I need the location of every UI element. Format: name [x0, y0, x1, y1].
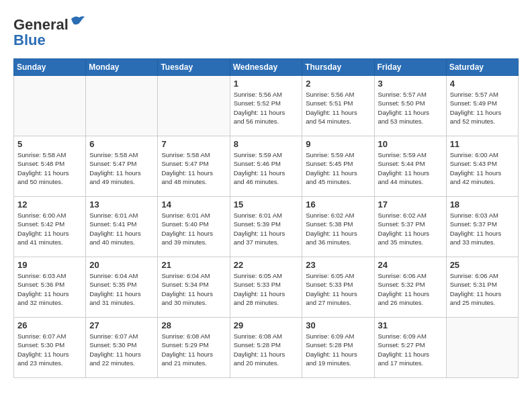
weekday-header-tuesday: Tuesday	[158, 59, 230, 76]
day-number: 21	[161, 260, 226, 270]
day-number: 8	[234, 139, 299, 149]
day-number: 15	[234, 199, 299, 210]
day-info: Sunrise: 5:59 AM Sunset: 5:46 PM Dayligh…	[234, 150, 299, 186]
day-cell: 16Sunrise: 6:02 AM Sunset: 5:38 PM Dayli…	[302, 197, 374, 257]
day-cell: 5Sunrise: 5:58 AM Sunset: 5:48 PM Daylig…	[14, 136, 86, 197]
day-number: 19	[17, 260, 82, 270]
day-cell: 23Sunrise: 6:05 AM Sunset: 5:33 PM Dayli…	[302, 257, 374, 318]
weekday-header-saturday: Saturday	[446, 59, 518, 76]
day-number: 26	[17, 320, 82, 330]
day-info: Sunrise: 5:56 AM Sunset: 5:52 PM Dayligh…	[234, 90, 299, 126]
day-number: 16	[306, 199, 370, 210]
day-cell: 4Sunrise: 5:57 AM Sunset: 5:49 PM Daylig…	[446, 76, 518, 136]
day-number: 30	[306, 320, 370, 330]
day-number: 25	[450, 260, 515, 270]
day-info: Sunrise: 5:59 AM Sunset: 5:45 PM Dayligh…	[306, 150, 370, 186]
day-number: 3	[378, 79, 443, 89]
day-number: 17	[378, 199, 443, 210]
day-info: Sunrise: 6:04 AM Sunset: 5:34 PM Dayligh…	[161, 271, 226, 307]
day-info: Sunrise: 6:06 AM Sunset: 5:32 PM Dayligh…	[378, 271, 443, 307]
day-number: 28	[161, 320, 226, 330]
week-row-4: 19Sunrise: 6:03 AM Sunset: 5:36 PM Dayli…	[14, 257, 519, 318]
week-row-1: 1Sunrise: 5:56 AM Sunset: 5:52 PM Daylig…	[14, 76, 519, 136]
day-number: 5	[17, 139, 82, 149]
weekday-header-wednesday: Wednesday	[230, 59, 302, 76]
day-cell: 17Sunrise: 6:02 AM Sunset: 5:37 PM Dayli…	[374, 197, 446, 257]
weekday-header-row: SundayMondayTuesdayWednesdayThursdayFrid…	[14, 59, 519, 76]
day-number: 12	[17, 199, 82, 210]
day-info: Sunrise: 6:02 AM Sunset: 5:38 PM Dayligh…	[306, 211, 370, 246]
day-info: Sunrise: 6:07 AM Sunset: 5:30 PM Dayligh…	[17, 332, 82, 367]
week-row-2: 5Sunrise: 5:58 AM Sunset: 5:48 PM Daylig…	[14, 136, 519, 197]
calendar: SundayMondayTuesdayWednesdayThursdayFrid…	[13, 58, 519, 378]
day-number: 4	[450, 79, 515, 89]
day-cell: 1Sunrise: 5:56 AM Sunset: 5:52 PM Daylig…	[230, 76, 302, 136]
day-cell: 18Sunrise: 6:03 AM Sunset: 5:37 PM Dayli…	[446, 197, 518, 257]
day-cell: 25Sunrise: 6:06 AM Sunset: 5:31 PM Dayli…	[446, 257, 518, 318]
day-cell: 10Sunrise: 5:59 AM Sunset: 5:44 PM Dayli…	[374, 136, 446, 197]
day-cell: 13Sunrise: 6:01 AM Sunset: 5:41 PM Dayli…	[86, 197, 158, 257]
day-cell: 22Sunrise: 6:05 AM Sunset: 5:33 PM Dayli…	[230, 257, 302, 318]
week-row-5: 26Sunrise: 6:07 AM Sunset: 5:30 PM Dayli…	[14, 318, 519, 378]
day-info: Sunrise: 6:09 AM Sunset: 5:27 PM Dayligh…	[378, 332, 443, 367]
day-number: 31	[378, 320, 443, 330]
logo-general: General	[13, 16, 69, 33]
day-cell	[14, 76, 86, 136]
day-cell: 26Sunrise: 6:07 AM Sunset: 5:30 PM Dayli…	[14, 318, 86, 378]
weekday-header-sunday: Sunday	[14, 59, 86, 76]
day-number: 2	[306, 79, 370, 89]
day-cell: 11Sunrise: 6:00 AM Sunset: 5:43 PM Dayli…	[446, 136, 518, 197]
day-number: 20	[89, 260, 154, 270]
day-number: 14	[161, 199, 226, 210]
day-info: Sunrise: 6:00 AM Sunset: 5:42 PM Dayligh…	[17, 211, 82, 246]
day-cell: 29Sunrise: 6:08 AM Sunset: 5:28 PM Dayli…	[230, 318, 302, 378]
day-cell: 9Sunrise: 5:59 AM Sunset: 5:45 PM Daylig…	[302, 136, 374, 197]
day-cell: 28Sunrise: 6:08 AM Sunset: 5:29 PM Dayli…	[158, 318, 230, 378]
day-info: Sunrise: 6:01 AM Sunset: 5:41 PM Dayligh…	[89, 211, 154, 246]
day-cell	[446, 318, 518, 378]
day-cell: 20Sunrise: 6:04 AM Sunset: 5:35 PM Dayli…	[86, 257, 158, 318]
day-number: 6	[89, 139, 154, 149]
day-number: 10	[378, 139, 443, 149]
day-number: 24	[378, 260, 443, 270]
day-info: Sunrise: 5:58 AM Sunset: 5:48 PM Dayligh…	[17, 150, 82, 186]
day-cell	[86, 76, 158, 136]
weekday-header-friday: Friday	[374, 59, 446, 76]
day-info: Sunrise: 6:05 AM Sunset: 5:33 PM Dayligh…	[234, 271, 299, 307]
day-info: Sunrise: 6:00 AM Sunset: 5:43 PM Dayligh…	[450, 150, 515, 186]
day-info: Sunrise: 5:57 AM Sunset: 5:49 PM Dayligh…	[450, 90, 515, 126]
day-number: 22	[234, 260, 299, 270]
day-info: Sunrise: 5:58 AM Sunset: 5:47 PM Dayligh…	[89, 150, 154, 186]
day-info: Sunrise: 6:02 AM Sunset: 5:37 PM Dayligh…	[378, 211, 443, 246]
weekday-header-monday: Monday	[86, 59, 158, 76]
day-info: Sunrise: 5:56 AM Sunset: 5:51 PM Dayligh…	[306, 90, 370, 126]
day-number: 7	[161, 139, 226, 149]
day-number: 29	[234, 320, 299, 330]
day-cell: 14Sunrise: 6:01 AM Sunset: 5:40 PM Dayli…	[158, 197, 230, 257]
day-cell: 21Sunrise: 6:04 AM Sunset: 5:34 PM Dayli…	[158, 257, 230, 318]
day-info: Sunrise: 6:06 AM Sunset: 5:31 PM Dayligh…	[450, 271, 515, 307]
day-cell: 12Sunrise: 6:00 AM Sunset: 5:42 PM Dayli…	[14, 197, 86, 257]
logo-text: General	[13, 13, 86, 33]
day-number: 1	[234, 79, 299, 89]
day-cell: 6Sunrise: 5:58 AM Sunset: 5:47 PM Daylig…	[86, 136, 158, 197]
logo-blue: Blue	[13, 33, 86, 48]
day-number: 23	[306, 260, 370, 270]
day-info: Sunrise: 6:03 AM Sunset: 5:36 PM Dayligh…	[17, 271, 82, 307]
day-number: 13	[89, 199, 154, 210]
logo-bird-icon	[70, 13, 86, 30]
header: General Blue	[13, 13, 519, 48]
day-cell: 2Sunrise: 5:56 AM Sunset: 5:51 PM Daylig…	[302, 76, 374, 136]
day-cell: 31Sunrise: 6:09 AM Sunset: 5:27 PM Dayli…	[374, 318, 446, 378]
day-cell: 27Sunrise: 6:07 AM Sunset: 5:30 PM Dayli…	[86, 318, 158, 378]
day-number: 27	[89, 320, 154, 330]
week-row-3: 12Sunrise: 6:00 AM Sunset: 5:42 PM Dayli…	[14, 197, 519, 257]
day-info: Sunrise: 6:01 AM Sunset: 5:39 PM Dayligh…	[234, 211, 299, 246]
day-cell: 19Sunrise: 6:03 AM Sunset: 5:36 PM Dayli…	[14, 257, 86, 318]
day-info: Sunrise: 5:59 AM Sunset: 5:44 PM Dayligh…	[378, 150, 443, 186]
day-info: Sunrise: 6:08 AM Sunset: 5:28 PM Dayligh…	[234, 332, 299, 367]
day-info: Sunrise: 6:01 AM Sunset: 5:40 PM Dayligh…	[161, 211, 226, 246]
day-info: Sunrise: 5:58 AM Sunset: 5:47 PM Dayligh…	[161, 150, 226, 186]
day-cell: 7Sunrise: 5:58 AM Sunset: 5:47 PM Daylig…	[158, 136, 230, 197]
day-info: Sunrise: 6:03 AM Sunset: 5:37 PM Dayligh…	[450, 211, 515, 246]
